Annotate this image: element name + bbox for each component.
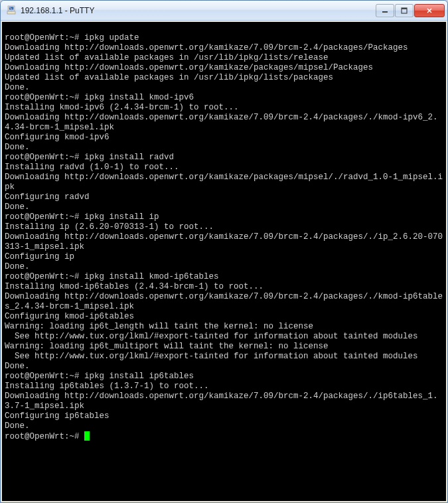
minimize-icon xyxy=(382,7,388,14)
svg-rect-6 xyxy=(382,11,388,13)
svg-point-4 xyxy=(9,7,10,7)
window-title: 192.168.1.1 - PuTTY xyxy=(21,6,376,15)
terminal-frame: root@OpenWrt:~# ipkg update Downloading … xyxy=(1,21,447,502)
maximize-button[interactable] xyxy=(395,4,413,17)
terminal[interactable]: root@OpenWrt:~# ipkg update Downloading … xyxy=(2,22,446,501)
window-controls xyxy=(376,4,445,17)
terminal-content[interactable]: root@OpenWrt:~# ipkg update Downloading … xyxy=(5,23,443,442)
close-button[interactable] xyxy=(414,4,445,17)
putty-icon xyxy=(6,5,17,16)
svg-rect-1 xyxy=(9,7,14,10)
svg-rect-2 xyxy=(7,11,15,14)
minimize-button[interactable] xyxy=(376,4,394,17)
svg-rect-8 xyxy=(402,8,407,9)
putty-window: 192.168.1.1 - PuTTY root@OpenWrt xyxy=(0,0,448,503)
close-icon xyxy=(426,7,433,14)
maximize-icon xyxy=(401,7,408,14)
titlebar[interactable]: 192.168.1.1 - PuTTY xyxy=(1,1,447,21)
cursor xyxy=(84,431,90,441)
